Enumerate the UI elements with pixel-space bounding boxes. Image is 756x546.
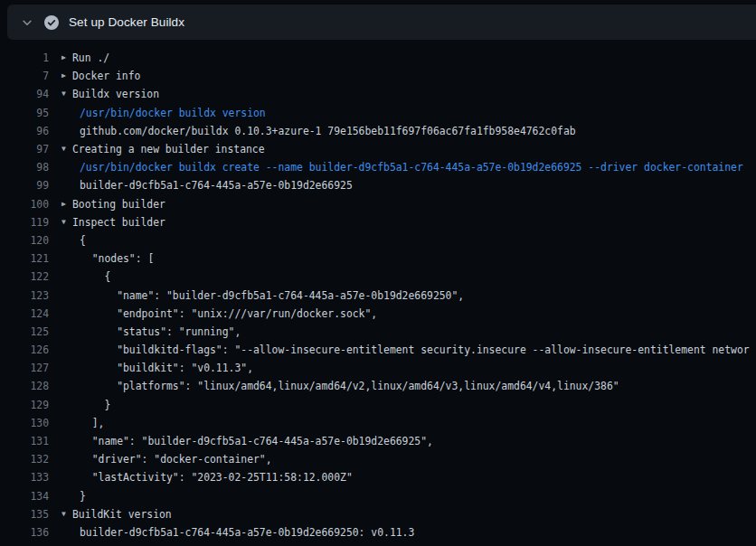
group-title: Creating a new builder instance <box>72 143 265 155</box>
log-line: 125 "status": "running", <box>0 323 756 341</box>
line-number[interactable]: 98 <box>0 161 49 174</box>
line-number[interactable]: 126 <box>0 344 49 356</box>
log-group-collapsed[interactable]: 1▶Run ./ <box>0 49 756 67</box>
log-line: 96github.com/docker/buildx 0.10.3+azure-… <box>0 122 756 140</box>
triangle-right-icon: ▶ <box>61 72 72 80</box>
output-text: { <box>61 270 110 283</box>
triangle-down-icon: ▼ <box>61 511 72 518</box>
log-line: 95/usr/bin/docker buildx version <box>0 104 756 122</box>
log-line: 126 "buildkitd-flags": "--allow-insecure… <box>0 341 756 359</box>
output-text: "lastActivity": "2023-02-25T11:58:12.000… <box>61 471 353 484</box>
output-text: ], <box>61 417 104 429</box>
line-number[interactable]: 120 <box>0 234 49 247</box>
line-number[interactable]: 128 <box>0 380 49 392</box>
line-number[interactable]: 97 <box>0 143 49 155</box>
line-number[interactable]: 135 <box>0 508 49 521</box>
line-number[interactable]: 131 <box>0 435 49 447</box>
line-number[interactable]: 123 <box>0 289 49 302</box>
log-line: 124 "endpoint": "unix:///var/run/docker.… <box>0 305 756 323</box>
triangle-right-icon: ▶ <box>61 201 72 208</box>
output-text: { <box>61 234 86 247</box>
log-line: 121 "nodes": [ <box>0 249 756 268</box>
output-text: builder-d9cfb5a1-c764-445a-a57e-0b19d2e6… <box>61 179 353 192</box>
line-number[interactable]: 122 <box>0 270 49 283</box>
log-group-expanded[interactable]: 119▼Inspect builder <box>0 213 756 231</box>
line-number[interactable]: 100 <box>0 198 49 211</box>
output-text: } <box>61 490 86 503</box>
log-line: 122 { <box>0 268 756 286</box>
line-number[interactable]: 129 <box>0 399 49 411</box>
line-number[interactable]: 99 <box>0 179 49 192</box>
triangle-down-icon: ▼ <box>61 146 72 153</box>
output-text: "platforms": "linux/amd64,linux/amd64/v2… <box>61 380 619 392</box>
triangle-right-icon: ▶ <box>61 54 72 61</box>
log-group-expanded[interactable]: 94▼Buildx version <box>0 85 756 103</box>
step-header[interactable]: Set up Docker Buildx <box>7 5 756 40</box>
log-group-collapsed[interactable]: 100▶Booting builder <box>0 195 756 213</box>
line-number[interactable]: 130 <box>0 417 49 429</box>
log-line: 132 "driver": "docker-container", <box>0 450 756 468</box>
log-line: 134} <box>0 487 756 505</box>
group-title: Buildx version <box>72 88 159 100</box>
log-line: 128 "platforms": "linux/amd64,linux/amd6… <box>0 377 756 395</box>
check-circle-icon <box>44 15 59 30</box>
output-text: "buildkit": "v0.11.3", <box>61 362 253 374</box>
log-line: 127 "buildkit": "v0.11.3", <box>0 359 756 377</box>
output-text: github.com/docker/buildx 0.10.3+azure-1 … <box>61 125 576 137</box>
log-line: 120{ <box>0 231 756 249</box>
log-line: 123 "name": "builder-d9cfb5a1-c764-445a-… <box>0 286 756 304</box>
log-line: 130 ], <box>0 414 756 432</box>
output-text: "buildkitd-flags": "--allow-insecure-ent… <box>61 344 750 356</box>
log-group-expanded[interactable]: 135▼BuildKit version <box>0 505 756 523</box>
chevron-down-icon[interactable] <box>20 15 34 30</box>
log-line: 99builder-d9cfb5a1-c764-445a-a57e-0b19d2… <box>0 176 756 194</box>
line-number[interactable]: 134 <box>0 490 49 503</box>
line-number[interactable]: 7 <box>0 70 49 82</box>
output-text: "status": "running", <box>61 325 241 338</box>
log-group-collapsed[interactable]: 7▶Docker info <box>0 67 756 85</box>
line-number[interactable]: 119 <box>0 216 49 229</box>
line-number[interactable]: 136 <box>0 526 49 539</box>
triangle-down-icon: ▼ <box>61 90 72 98</box>
line-number[interactable]: 127 <box>0 362 49 374</box>
line-number[interactable]: 1 <box>0 52 49 64</box>
log-area: 1▶Run ./7▶Docker info94▼Buildx version95… <box>0 43 756 546</box>
line-number[interactable]: 124 <box>0 307 49 320</box>
output-text: "endpoint": "unix:///var/run/docker.sock… <box>61 307 377 320</box>
group-title: Inspect builder <box>72 216 165 229</box>
triangle-down-icon: ▼ <box>61 219 72 226</box>
command-text: /usr/bin/docker buildx create --name bui… <box>61 161 743 174</box>
output-text: } <box>61 399 110 411</box>
line-number[interactable]: 121 <box>0 252 49 265</box>
log-group-expanded[interactable]: 97▼Creating a new builder instance <box>0 140 756 158</box>
group-title: Booting builder <box>72 198 165 211</box>
command-text: /usr/bin/docker buildx version <box>61 107 266 119</box>
line-number[interactable]: 94 <box>0 88 49 100</box>
line-number[interactable]: 95 <box>0 107 49 119</box>
log-line: 98/usr/bin/docker buildx create --name b… <box>0 158 756 176</box>
output-text: builder-d9cfb5a1-c764-445a-a57e-0b19d2e6… <box>61 526 414 539</box>
group-title: Docker info <box>72 70 140 82</box>
line-number[interactable]: 132 <box>0 453 49 466</box>
step-title: Set up Docker Buildx <box>69 15 184 29</box>
output-text: "driver": "docker-container", <box>61 453 272 466</box>
line-number[interactable]: 96 <box>0 125 49 137</box>
output-text: "name": "builder-d9cfb5a1-c764-445a-a57e… <box>61 435 433 447</box>
log-line: 131 "name": "builder-d9cfb5a1-c764-445a-… <box>0 432 756 450</box>
output-text: "nodes": [ <box>61 252 154 265</box>
line-number[interactable]: 125 <box>0 325 49 338</box>
output-text: "name": "builder-d9cfb5a1-c764-445a-a57e… <box>61 289 464 302</box>
line-number[interactable]: 133 <box>0 471 49 484</box>
group-title: Run ./ <box>72 52 109 64</box>
log-line: 136builder-d9cfb5a1-c764-445a-a57e-0b19d… <box>0 523 756 541</box>
log-line: 133 "lastActivity": "2023-02-25T11:58:12… <box>0 468 756 486</box>
group-title: BuildKit version <box>72 508 172 521</box>
log-line: 129 } <box>0 396 756 414</box>
